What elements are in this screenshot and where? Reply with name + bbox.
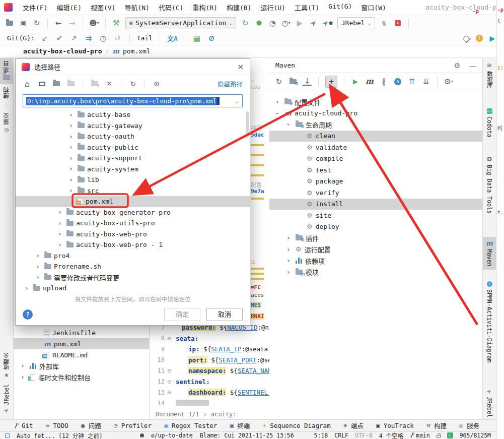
fold-marker-icon[interactable]: ⊖ (165, 379, 174, 385)
code-line[interactable]: sentinel: (174, 378, 210, 386)
update-available-icon[interactable]: ↑ (475, 33, 484, 43)
cancel-button[interactable]: 取消 (206, 308, 243, 321)
code-line[interactable]: port: ${SEATA_PORT:@seata (174, 356, 283, 364)
run-config-combo[interactable]: ● SystemServerApplication ⌄ (125, 17, 237, 29)
hide-panel-icon[interactable]: — (469, 61, 476, 70)
toolwindow-button-Git[interactable]: Git (13, 422, 33, 429)
execute-maven-goal-icon[interactable]: m (365, 77, 374, 87)
menu-item[interactable]: 文件(F) (19, 1, 51, 14)
project-tree-item[interactable]: mpom.xml (14, 338, 149, 349)
show-path-icon[interactable]: ⊕ (152, 79, 161, 89)
code-line[interactable]: dashboard: ${SENTINEL_DAS (174, 389, 283, 396)
dialog-tree-item[interactable]: ›acuity-base (16, 109, 250, 120)
chevron-right-icon[interactable]: › (284, 269, 293, 276)
forward-icon[interactable]: → (67, 18, 77, 28)
menu-item[interactable]: 视图(V) (87, 1, 119, 14)
jrebel-run-icon[interactable]: ➤ (309, 18, 318, 28)
tool-stripe-button-项目[interactable]: 项目 (0, 58, 13, 84)
chevron-right-icon[interactable]: › (284, 234, 293, 241)
menu-item[interactable]: 工具(T) (291, 1, 323, 14)
breadcrumb-project[interactable]: acuity-box-cloud-pro (23, 47, 102, 55)
dialog-tree-item[interactable]: ›acuity-box-generator-pro (16, 207, 250, 218)
dialog-tree-item[interactable]: <>pom.xml (16, 196, 250, 207)
chevron-right-icon[interactable]: › (56, 220, 64, 227)
dialog-tree-item[interactable]: ›upload (16, 283, 250, 294)
maven-tree-item[interactable]: ›macuity-cloud-pro (269, 108, 482, 119)
chevron-right-icon[interactable]: › (67, 176, 75, 183)
background-tasks-icon[interactable] (5, 433, 10, 438)
dialog-tree-item[interactable]: ›acuity-support (16, 153, 250, 164)
folder-disabled-icon[interactable] (66, 79, 76, 89)
toolwindow-button-构建[interactable]: ⚒构建 (425, 421, 447, 430)
dialog-tree-item[interactable]: ›src (16, 185, 250, 197)
chevron-right-icon[interactable]: › (56, 241, 64, 248)
collapse-all-icon[interactable]: ⇊ (421, 77, 430, 87)
maven-tree-item[interactable]: ›⚙插件 (269, 232, 482, 244)
menu-item[interactable]: 编辑(E) (52, 1, 85, 14)
suppress-icon[interactable]: ⊘ (207, 33, 216, 43)
run-with-coverage-icon[interactable]: ◷▾ (281, 18, 291, 28)
maven-tree-item[interactable]: ⚙clean (269, 131, 482, 142)
code-line[interactable] (174, 400, 209, 407)
menu-item[interactable]: 重构(R) (188, 1, 221, 14)
maven-tree-item[interactable]: ›m模块 (269, 267, 482, 278)
chevron-right-icon[interactable]: › (67, 133, 75, 140)
code-line[interactable]: seata: (174, 335, 198, 342)
dialog-tree-item[interactable]: ›acuity-oauth (16, 131, 250, 142)
maven-tree-item[interactable]: ⚙test (269, 164, 482, 176)
project-tree-item[interactable]: ›外部库 (14, 360, 149, 371)
dialog-tree-item[interactable]: ›lib (16, 174, 250, 185)
chevron-right-icon[interactable]: › (67, 144, 75, 151)
chevron-right-icon[interactable]: › (284, 257, 293, 264)
project-tree-item[interactable]: Jenkinsfile (14, 327, 149, 338)
auto-fetch-status[interactable]: Auto fet... (12 分钟 之前) (17, 431, 103, 439)
lock-icon[interactable] (437, 435, 441, 438)
git-branch[interactable]: main (416, 432, 430, 439)
dialog-tree-item[interactable]: ›acuity-public (16, 142, 250, 153)
dialog-tree-scrollbar[interactable] (246, 111, 249, 138)
tool-stripe-button-结构[interactable]: 结构⁘ (0, 84, 13, 110)
toolwindow-button-YouTrack[interactable]: ▣YouTrack (375, 422, 414, 429)
maven-tree-item[interactable]: ⚙verify (269, 187, 482, 199)
terminal-status-icon[interactable]: >_ (447, 432, 453, 438)
menu-item[interactable]: 代码(C) (155, 1, 187, 14)
menu-item[interactable]: Git(G) (324, 1, 356, 14)
chevron-right-icon[interactable]: › (67, 111, 75, 118)
menu-item[interactable]: 窗口(W) (357, 1, 390, 14)
maven-reimport-icon[interactable]: ↻ (274, 77, 283, 87)
dialog-tree-item[interactable]: ›需要修改或者代码变更 (16, 272, 250, 283)
file-encoding[interactable]: UTF-8 (355, 432, 373, 439)
skip-tests-icon[interactable]: ∦ (379, 77, 388, 87)
git-commit-check-icon[interactable]: ✔ (55, 33, 64, 43)
toolwindow-button-端点[interactable]: ❖端点 (342, 421, 364, 430)
maven-tree-item[interactable]: ⚙deploy (269, 221, 482, 233)
home-icon[interactable]: ⌂ (23, 79, 32, 89)
maven-settings-wrench-icon[interactable]: ⚙▾ (444, 77, 453, 87)
history-clock-icon[interactable]: ◷ (99, 33, 108, 43)
run-icon[interactable]: ↻ (241, 18, 250, 28)
path-input[interactable]: D:\top.acuity.box\pro\acuity-box-cloud-p… (23, 94, 243, 107)
chevron-down-icon[interactable]: › (274, 109, 281, 117)
toolwindow-button-TODO[interactable]: ≡TODO (45, 422, 68, 429)
tool-stripe-button-JRebel[interactable]: JRebel➤ (0, 381, 13, 416)
blame-status[interactable]: Blame: Cui 2021-11-25 13:56 (200, 432, 294, 439)
toolwindow-button-Profiler[interactable]: ◔Profiler (113, 422, 152, 429)
maven-tree-item[interactable]: ›⚙生命周期 (269, 119, 482, 131)
profiler-icon[interactable]: ◔ (268, 18, 277, 28)
gear-icon[interactable]: ⚙ (454, 61, 460, 70)
dialog-tree-item[interactable]: ›Prorename.sh (16, 261, 250, 272)
toolwindow-button-服务[interactable]: ◎服务 (458, 421, 479, 430)
tool-stripe-button-提交[interactable]: 提交◎ (0, 110, 13, 136)
tool-stripe-button-BPMN-Activiti-Diagram[interactable]: *BPMN-Activiti-Diagram (483, 278, 496, 365)
git-update-icon[interactable]: ↙ (40, 33, 49, 43)
hide-path-link[interactable]: 隐藏路径 (218, 79, 243, 89)
translate-icon[interactable]: 文A (167, 33, 178, 43)
new-folder-icon[interactable]: + (90, 79, 99, 89)
chevron-right-icon[interactable]: › (67, 155, 75, 162)
menu-item[interactable]: 运行(U) (256, 1, 289, 14)
git-push-icon[interactable]: ↗ (69, 33, 79, 43)
project-tree-item[interactable]: ›◔临时文件和控制台 (14, 371, 149, 383)
chevron-right-icon[interactable]: › (56, 209, 64, 216)
code-line[interactable]: ip: ${SEATA_IP:@seata.ip( (174, 345, 283, 353)
maven-tree-item[interactable]: ⚙package (269, 176, 482, 187)
